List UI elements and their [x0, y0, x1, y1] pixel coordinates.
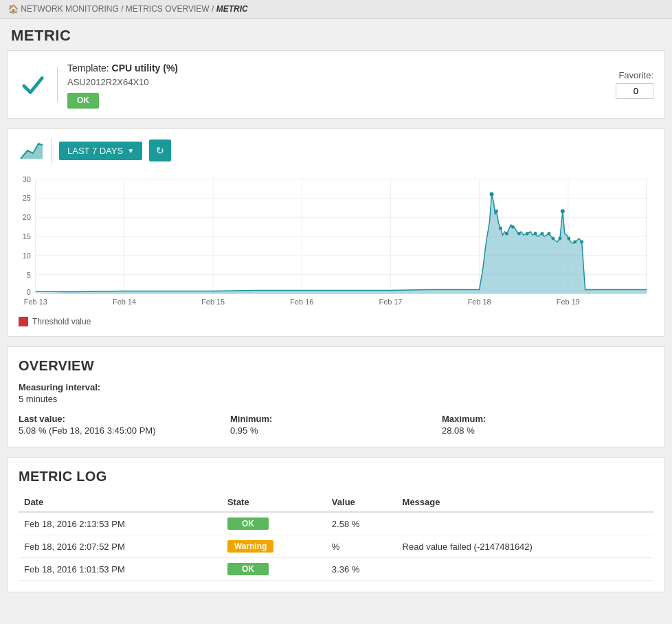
last-value: 5.08 % (Feb 18, 2016 3:45:00 PM) [19, 425, 230, 436]
row-state: OK [222, 558, 326, 581]
row-state: OK [222, 512, 326, 535]
overview-title: OVERVIEW [19, 358, 653, 374]
svg-marker-23 [36, 194, 647, 294]
favorite-section: Favorite: [616, 70, 653, 99]
table-row: Feb 18, 2016 1:01:53 PMOK3.36 % [19, 558, 653, 581]
svg-text:Feb 13: Feb 13 [24, 298, 47, 307]
svg-text:Feb 17: Feb 17 [379, 298, 402, 307]
metric-template: Template: CPU utility (%) [67, 60, 178, 76]
vertical-divider [57, 67, 58, 102]
minimum-label: Minimum: [230, 414, 442, 424]
col-message: Message [397, 493, 653, 512]
state-badge: OK [227, 563, 269, 575]
ok-badge: OK [67, 93, 99, 109]
maximum-value: 28.08 % [442, 425, 653, 436]
svg-point-38 [573, 241, 576, 244]
log-table-header: Date State Value Message [19, 493, 653, 512]
svg-text:Feb 14: Feb 14 [113, 298, 136, 307]
toolbar-divider [52, 138, 52, 163]
stats-row: Last value: 5.08 % (Feb 18, 2016 3:45:00… [19, 414, 653, 436]
last-value-label: Last value: [19, 414, 230, 424]
metric-info-card: Template: CPU utility (%) ASU2012R2X64X1… [7, 50, 665, 119]
svg-point-39 [580, 241, 583, 244]
metric-info-left: Template: CPU utility (%) ASU2012R2X64X1… [19, 60, 178, 109]
chart-container: 30 25 20 15 10 5 0 [19, 173, 653, 326]
svg-marker-0 [21, 144, 43, 159]
col-date: Date [19, 493, 222, 512]
check-icon [19, 70, 47, 99]
row-message [397, 512, 653, 535]
time-range-label: LAST 7 DAYS [67, 146, 123, 156]
threshold-legend: Threshold value [19, 317, 653, 326]
svg-text:25: 25 [23, 194, 31, 203]
breadcrumb-link1[interactable]: METRICS OVERVIEW [126, 4, 210, 14]
table-row: Feb 18, 2016 2:07:52 PMWarning%Read valu… [19, 535, 653, 558]
threshold-color-box [19, 317, 28, 326]
svg-text:30: 30 [23, 175, 31, 183]
svg-text:0: 0 [27, 289, 31, 297]
favorite-input[interactable] [616, 83, 653, 99]
page-title: METRIC [0, 19, 672, 50]
col-state: State [222, 493, 326, 512]
metric-details: Template: CPU utility (%) ASU2012R2X64X1… [67, 60, 178, 109]
metric-log-card: METRIC LOG Date State Value Message Feb … [7, 457, 665, 592]
maximum-label: Maximum: [442, 414, 653, 424]
row-date: Feb 18, 2016 2:07:52 PM [19, 535, 222, 558]
refresh-icon: ↻ [156, 145, 164, 156]
measuring-interval-label: Measuring interval: [19, 382, 653, 392]
minimum-value: 0.95 % [230, 425, 442, 436]
last-value-stat: Last value: 5.08 % (Feb 18, 2016 3:45:00… [19, 414, 230, 436]
row-date: Feb 18, 2016 2:13:53 PM [19, 512, 222, 535]
svg-point-32 [541, 232, 544, 236]
svg-text:20: 20 [23, 214, 31, 222]
chart-toolbar: LAST 7 DAYS ▼ ↻ [19, 137, 653, 164]
svg-point-30 [526, 232, 529, 236]
status-badge: OK [67, 90, 178, 109]
svg-point-29 [517, 232, 521, 236]
device-name: ASU2012R2X64X10 [67, 76, 178, 90]
col-value: Value [326, 493, 397, 512]
svg-point-24 [490, 192, 494, 197]
svg-text:10: 10 [23, 252, 31, 260]
row-state: Warning [222, 535, 326, 558]
row-message [397, 558, 653, 581]
svg-text:15: 15 [23, 232, 31, 241]
breadcrumb-home: NETWORK MONITORING [21, 4, 118, 14]
row-message: Read value failed (-2147481642) [397, 535, 653, 558]
svg-text:Feb 19: Feb 19 [557, 298, 580, 307]
row-date: Feb 18, 2016 1:01:53 PM [19, 558, 222, 581]
threshold-label: Threshold value [32, 317, 91, 326]
template-label: Template: [67, 63, 109, 74]
state-badge: OK [227, 517, 269, 530]
svg-point-37 [567, 237, 570, 241]
table-row: Feb 18, 2016 2:13:53 PMOK2.58 % [19, 512, 653, 535]
maximum-stat: Maximum: 28.08 % [442, 414, 653, 436]
row-value: 3.36 % [326, 558, 397, 581]
chart-svg: 30 25 20 15 10 5 0 [19, 173, 653, 311]
svg-text:Feb 15: Feb 15 [201, 298, 225, 307]
svg-point-33 [548, 232, 551, 236]
svg-point-34 [551, 237, 555, 241]
template-value: CPU utility (%) [112, 63, 178, 74]
metric-log-title: METRIC LOG [19, 469, 653, 484]
measuring-interval-value: 5 minutes [19, 394, 653, 404]
breadcrumb-sep1: / [121, 4, 123, 14]
breadcrumb: 🏠 NETWORK MONITORING / METRICS OVERVIEW … [0, 0, 672, 19]
svg-text:5: 5 [27, 271, 31, 279]
svg-text:Feb 18: Feb 18 [468, 298, 491, 307]
home-icon: 🏠 [8, 4, 19, 14]
refresh-button[interactable]: ↻ [149, 140, 171, 161]
chart-area-icon [19, 137, 45, 164]
row-value: 2.58 % [326, 512, 397, 535]
breadcrumb-sep2: / [212, 4, 214, 14]
overview-card: OVERVIEW Measuring interval: 5 minutes L… [7, 346, 665, 447]
svg-point-35 [558, 237, 561, 241]
log-table: Date State Value Message Feb 18, 2016 2:… [19, 493, 653, 581]
svg-point-27 [505, 232, 508, 236]
row-value: % [326, 535, 397, 558]
chart-card: LAST 7 DAYS ▼ ↻ 30 25 20 15 10 5 0 [7, 129, 665, 337]
minimum-stat: Minimum: 0.95 % [230, 414, 442, 436]
time-range-button[interactable]: LAST 7 DAYS ▼ [59, 142, 142, 160]
svg-text:Feb 16: Feb 16 [290, 298, 313, 307]
favorite-label: Favorite: [616, 70, 653, 80]
